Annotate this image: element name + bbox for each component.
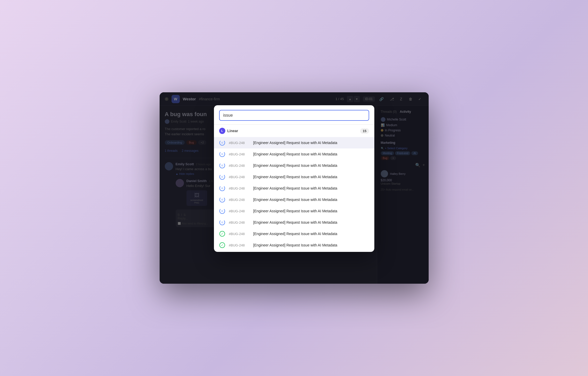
issue-name: [Engineer Assigned] Request Issue with A… [253, 141, 369, 145]
issue-status-icon [219, 151, 225, 157]
issue-id: #BUG-248 [229, 152, 250, 156]
issue-name: [Engineer Assigned] Request Issue with A… [253, 186, 369, 190]
inprogress-icon [219, 151, 225, 157]
list-item[interactable]: #BUG-248 [Engineer Assigned] Request Iss… [214, 137, 374, 148]
issue-id: #BUG-248 [229, 243, 250, 247]
issue-id: #BUG-248 [229, 186, 250, 190]
issue-name: [Engineer Assigned] Request Issue with A… [253, 209, 369, 213]
issue-status-icon [219, 219, 225, 225]
done-icon: ✓ [219, 242, 225, 248]
list-item[interactable]: #BUG-248 [Engineer Assigned] Request Iss… [214, 148, 374, 160]
issue-id: #BUG-248 [229, 209, 250, 213]
modal-overlay[interactable]: L Linear 15 #BUG-248 [Engineer Assigned]… [160, 92, 429, 284]
modal-count: 15 [360, 128, 369, 134]
issue-status-icon: ✓ [219, 231, 225, 237]
modal-header: L Linear 15 [214, 125, 374, 136]
issue-status-icon [219, 197, 225, 203]
issue-id: #BUG-248 [229, 141, 250, 145]
inprogress-icon [219, 220, 225, 225]
issue-name: [Engineer Assigned] Request Issue with A… [253, 175, 369, 179]
inprogress-icon [219, 197, 225, 202]
issue-status-icon [219, 185, 225, 191]
issue-status-icon [219, 140, 225, 146]
inprogress-icon [219, 140, 225, 146]
issue-name: [Engineer Assigned] Request Issue with A… [253, 232, 369, 236]
issue-id: #BUG-248 [229, 198, 250, 202]
linear-logo: L [219, 128, 225, 134]
issue-name: [Engineer Assigned] Request Issue with A… [253, 152, 369, 156]
list-item[interactable]: #BUG-248 [Engineer Assigned] Request Iss… [214, 183, 374, 194]
list-item[interactable]: #BUG-248 [Engineer Assigned] Request Iss… [214, 160, 374, 171]
issue-name: [Engineer Assigned] Request Issue with A… [253, 220, 369, 224]
issue-status-icon [219, 174, 225, 180]
issue-name: [Engineer Assigned] Request Issue with A… [253, 163, 369, 168]
issue-status-icon [219, 162, 225, 169]
modal-header-left: L Linear [219, 128, 238, 134]
app-window: × W Westor #finance-firm 1 / 45 ▲ ▼ ID-0… [160, 92, 429, 284]
list-item[interactable]: #BUG-248 [Engineer Assigned] Request Iss… [214, 194, 374, 205]
inprogress-icon [219, 185, 225, 191]
issue-status-icon: ✓ [219, 242, 225, 248]
modal-search-input[interactable] [219, 110, 369, 121]
list-item[interactable]: #BUG-248 [Engineer Assigned] Request Iss… [214, 205, 374, 217]
inprogress-icon [219, 208, 225, 214]
list-item[interactable]: #BUG-248 [Engineer Assigned] Request Iss… [214, 217, 374, 228]
list-item[interactable]: ✓ #BUG-248 [Engineer Assigned] Request I… [214, 228, 374, 239]
issue-status-icon [219, 208, 225, 214]
issue-id: #BUG-248 [229, 232, 250, 236]
issue-name: [Engineer Assigned] Request Issue with A… [253, 198, 369, 202]
modal-header-label: Linear [227, 129, 238, 133]
issue-name: [Engineer Assigned] Request Issue with A… [253, 243, 369, 247]
modal-search-area [214, 105, 374, 125]
issue-id: #BUG-248 [229, 221, 250, 224]
list-item[interactable]: #BUG-248 [Engineer Assigned] Request Iss… [214, 171, 374, 183]
modal-list[interactable]: #BUG-248 [Engineer Assigned] Request Iss… [214, 136, 374, 252]
search-modal: L Linear 15 #BUG-248 [Engineer Assigned]… [214, 105, 374, 252]
inprogress-icon [219, 163, 225, 168]
done-icon: ✓ [219, 231, 225, 237]
inprogress-icon [219, 174, 225, 180]
issue-id: #BUG-248 [229, 164, 250, 168]
issue-id: #BUG-248 [229, 175, 250, 179]
list-item[interactable]: ✓ #BUG-248 [Engineer Assigned] Request I… [214, 239, 374, 251]
